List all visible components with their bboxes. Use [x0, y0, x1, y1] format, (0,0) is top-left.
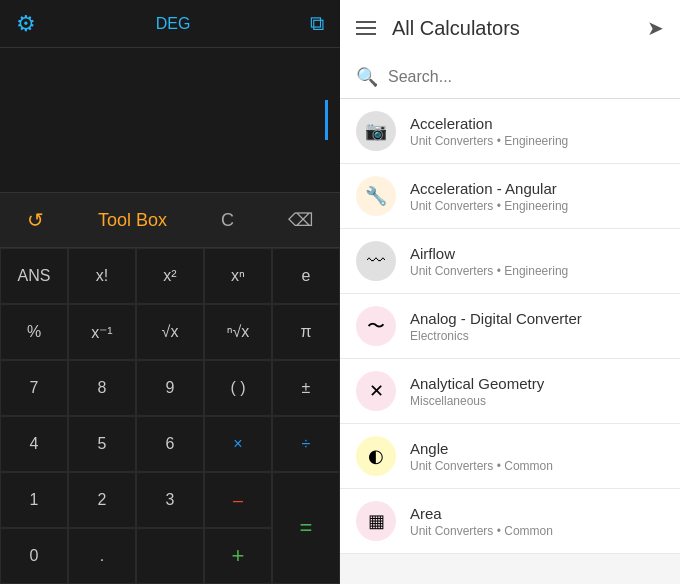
btn-1[interactable]: 1: [0, 472, 68, 528]
list-item[interactable]: 🔧Acceleration - AngularUnit Converters •…: [340, 164, 680, 229]
btn-e[interactable]: e: [272, 248, 340, 304]
btn-factorial[interactable]: x!: [68, 248, 136, 304]
item-icon: 🔧: [356, 176, 396, 216]
item-icon: 〰: [356, 241, 396, 281]
btn-plusminus[interactable]: ±: [272, 360, 340, 416]
deg-mode[interactable]: DEG: [156, 15, 191, 33]
btn-parens[interactable]: ( ): [204, 360, 272, 416]
search-input[interactable]: [388, 68, 664, 86]
btn-square[interactable]: x²: [136, 248, 204, 304]
calc-header: ⚙ DEG ⧉: [0, 0, 340, 48]
cursor-line: [325, 100, 328, 140]
item-title: Airflow: [410, 245, 568, 262]
item-title: Angle: [410, 440, 553, 457]
btn-sqrt[interactable]: √x: [136, 304, 204, 360]
search-icon: 🔍: [356, 66, 378, 88]
btn-inverse[interactable]: x⁻¹: [68, 304, 136, 360]
toolbox-label[interactable]: Tool Box: [98, 210, 167, 231]
all-calculators-header: All Calculators ➤: [340, 0, 680, 56]
btn-decimal[interactable]: .: [68, 528, 136, 584]
item-title: Analytical Geometry: [410, 375, 544, 392]
btn-8[interactable]: 8: [68, 360, 136, 416]
settings-icon[interactable]: ⚙: [16, 11, 36, 37]
item-text: Acceleration - AngularUnit Converters • …: [410, 180, 568, 213]
item-text: AreaUnit Converters • Common: [410, 505, 553, 538]
item-subtitle: Unit Converters • Engineering: [410, 199, 568, 213]
btn-4[interactable]: 4: [0, 416, 68, 472]
btn-ans[interactable]: ANS: [0, 248, 68, 304]
btn-0[interactable]: 0: [0, 528, 68, 584]
item-text: AirflowUnit Converters • Engineering: [410, 245, 568, 278]
calc-display: [0, 48, 340, 192]
item-subtitle: Electronics: [410, 329, 582, 343]
btn-6[interactable]: 6: [136, 416, 204, 472]
btn-3[interactable]: 3: [136, 472, 204, 528]
item-icon: ◐: [356, 436, 396, 476]
item-icon: 〜: [356, 306, 396, 346]
item-text: Analog - Digital ConverterElectronics: [410, 310, 582, 343]
item-subtitle: Unit Converters • Common: [410, 524, 553, 538]
btn-7[interactable]: 7: [0, 360, 68, 416]
item-subtitle: Unit Converters • Common: [410, 459, 553, 473]
item-title: Analog - Digital Converter: [410, 310, 582, 327]
right-panel: All Calculators ➤ 🔍 📷AccelerationUnit Co…: [340, 0, 680, 584]
calculator-panel: ⚙ DEG ⧉ ↺ Tool Box C ⌫ ANS x! x² xⁿ e % …: [0, 0, 340, 584]
item-text: AngleUnit Converters • Common: [410, 440, 553, 473]
btn-pi[interactable]: π: [272, 304, 340, 360]
toolbox-row: ↺ Tool Box C ⌫: [0, 192, 340, 248]
btn-multiply[interactable]: ×: [204, 416, 272, 472]
item-title: Acceleration: [410, 115, 568, 132]
menu-icon[interactable]: [356, 21, 376, 35]
calculator-list: 📷AccelerationUnit Converters • Engineeri…: [340, 99, 680, 584]
item-title: Acceleration - Angular: [410, 180, 568, 197]
list-item[interactable]: 〜Analog - Digital ConverterElectronics: [340, 294, 680, 359]
btn-power[interactable]: xⁿ: [204, 248, 272, 304]
list-item[interactable]: ◐AngleUnit Converters • Common: [340, 424, 680, 489]
list-item[interactable]: 📷AccelerationUnit Converters • Engineeri…: [340, 99, 680, 164]
history-icon[interactable]: ↺: [27, 208, 44, 232]
list-item[interactable]: ▦AreaUnit Converters • Common: [340, 489, 680, 554]
list-item[interactable]: 〰AirflowUnit Converters • Engineering: [340, 229, 680, 294]
btn-5[interactable]: 5: [68, 416, 136, 472]
backspace-button[interactable]: ⌫: [288, 209, 313, 231]
item-text: AccelerationUnit Converters • Engineerin…: [410, 115, 568, 148]
item-title: Area: [410, 505, 553, 522]
item-icon: ▦: [356, 501, 396, 541]
btn-nth-root[interactable]: ⁿ√x: [204, 304, 272, 360]
share-icon[interactable]: ➤: [647, 16, 664, 40]
item-text: Analytical GeometryMiscellaneous: [410, 375, 544, 408]
btn-9[interactable]: 9: [136, 360, 204, 416]
calc-buttons-grid: ANS x! x² xⁿ e % x⁻¹ √x ⁿ√x π 7 8 9 ( ) …: [0, 248, 340, 584]
list-item[interactable]: ✕Analytical GeometryMiscellaneous: [340, 359, 680, 424]
item-subtitle: Unit Converters • Engineering: [410, 264, 568, 278]
btn-subtract[interactable]: –: [204, 472, 272, 528]
header-left: All Calculators: [356, 17, 520, 40]
btn-divide[interactable]: ÷: [272, 416, 340, 472]
search-bar: 🔍: [340, 56, 680, 99]
btn-empty: [136, 528, 204, 584]
btn-2[interactable]: 2: [68, 472, 136, 528]
item-subtitle: Unit Converters • Engineering: [410, 134, 568, 148]
btn-add[interactable]: +: [204, 528, 272, 584]
btn-equals[interactable]: =: [272, 472, 340, 584]
page-title: All Calculators: [392, 17, 520, 40]
copy-icon[interactable]: ⧉: [310, 12, 324, 35]
item-icon: 📷: [356, 111, 396, 151]
item-icon: ✕: [356, 371, 396, 411]
item-subtitle: Miscellaneous: [410, 394, 544, 408]
btn-percent[interactable]: %: [0, 304, 68, 360]
clear-button[interactable]: C: [221, 210, 234, 231]
